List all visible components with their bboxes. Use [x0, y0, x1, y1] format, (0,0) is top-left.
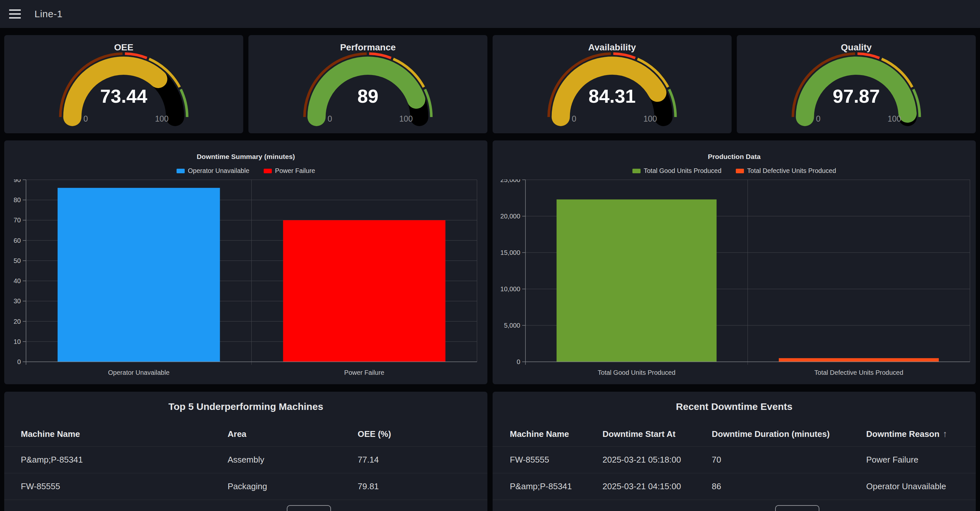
gauge-value: 84.31	[589, 86, 636, 106]
legend-label: Total Defective Units Produced	[747, 167, 836, 175]
column-header[interactable]: Downtime Start At	[603, 429, 712, 439]
gauge-max-label: 100	[399, 114, 413, 123]
chart-title: Production Data	[493, 153, 976, 160]
column-header[interactable]: OEE (%)	[358, 429, 487, 439]
table-title: Recent Downtime Events	[493, 392, 976, 422]
y-axis-tick-label: 80	[14, 196, 21, 203]
bar[interactable]	[57, 188, 220, 362]
column-header[interactable]: Downtime Reason↑	[866, 429, 976, 439]
gauge-value: 89	[357, 86, 379, 106]
column-header-label: Machine Name	[21, 429, 80, 439]
gauge-panel-oee: OEE 73.440100	[4, 35, 243, 133]
chart-legend: Total Good Units ProducedTotal Defective…	[493, 167, 976, 175]
gauge-title: Performance	[248, 42, 487, 53]
column-header-label: Downtime Reason	[866, 429, 939, 439]
legend-label: Total Good Units Produced	[644, 167, 722, 175]
downtime-summary-chart-panel: Downtime Summary (minutes) Operator Unav…	[4, 140, 487, 384]
legend-swatch	[177, 169, 185, 173]
table-row: FW-855552025-03-21 05:18:0070Power Failu…	[493, 446, 976, 473]
bar[interactable]	[779, 358, 939, 362]
x-axis-category-label: Total Good Units Produced	[598, 369, 675, 376]
legend-swatch	[736, 169, 744, 173]
x-axis-category-label: Operator Unavailable	[108, 369, 169, 376]
dashboard-title: Line-1	[35, 8, 62, 19]
legend-item[interactable]: Total Good Units Produced	[632, 167, 722, 175]
table-row: P&amp;P-85341Assembly77.14	[4, 446, 487, 473]
table-cell: 70	[712, 455, 866, 465]
y-axis-tick-label: 25,000	[500, 179, 520, 183]
production-data-plot: 05,00010,00015,00020,00025,000Total Good…	[493, 179, 976, 384]
y-axis-tick-label: 30	[14, 297, 21, 305]
gauge-panel-quality: Quality 97.870100	[737, 35, 976, 133]
gauge-max-label: 100	[155, 114, 169, 123]
pagination	[493, 505, 976, 511]
legend-item[interactable]: Total Defective Units Produced	[736, 167, 836, 175]
gauge-panel-availability: Availability 84.310100	[493, 35, 732, 133]
legend-item[interactable]: Operator Unavailable	[177, 167, 250, 175]
downtime-summary-plot: 0102030405060708090Operator UnavailableP…	[4, 179, 487, 384]
gauge-min-label: 0	[84, 114, 88, 123]
legend-swatch	[264, 169, 272, 173]
bar[interactable]	[283, 220, 445, 362]
table-row: Top 5 Underperforming Machines Machine N…	[4, 392, 976, 511]
column-header[interactable]: Machine Name	[21, 429, 228, 439]
chart-title: Downtime Summary (minutes)	[4, 153, 487, 160]
legend-item[interactable]: Power Failure	[264, 167, 315, 175]
y-axis-tick-label: 70	[14, 216, 21, 224]
table-cell: Assembly	[228, 455, 358, 465]
top-bar: Line-1	[0, 0, 980, 28]
table-cell: 86	[712, 481, 866, 492]
y-axis-tick-label: 60	[14, 237, 21, 244]
gauge-title: OEE	[4, 42, 243, 53]
gauge-min-label: 0	[572, 114, 576, 123]
column-header-label: Machine Name	[510, 429, 569, 439]
underperforming-machines-table-panel: Top 5 Underperforming Machines Machine N…	[4, 392, 487, 511]
table-row: P&amp;P-853412025-03-21 04:15:0086Operat…	[493, 473, 976, 500]
pagination-page-button[interactable]	[287, 505, 331, 511]
legend-label: Operator Unavailable	[188, 167, 250, 175]
pagination-page-button[interactable]	[775, 505, 819, 511]
table-cell: 77.14	[358, 455, 487, 465]
column-header-label: Downtime Start At	[603, 429, 675, 439]
table-title: Top 5 Underperforming Machines	[4, 392, 487, 422]
table-cell: FW-85555	[510, 455, 603, 465]
y-axis-tick-label: 0	[17, 358, 21, 365]
y-axis-tick-label: 50	[14, 257, 21, 264]
y-axis-tick-label: 20	[14, 318, 21, 325]
pagination	[4, 505, 487, 511]
table-body: P&amp;P-85341Assembly77.14FW-85555Packag…	[4, 446, 487, 500]
table-cell: P&amp;P-85341	[21, 455, 228, 465]
bar[interactable]	[557, 200, 717, 362]
table-cell: Power Failure	[866, 455, 976, 465]
y-axis-tick-label: 90	[14, 179, 21, 183]
gauge-value: 73.44	[100, 86, 147, 106]
table-row: FW-85555Packaging79.81	[4, 473, 487, 500]
table-cell: 2025-03-21 05:18:00	[603, 455, 712, 465]
recent-downtime-events-table-panel: Recent Downtime Events Machine NameDownt…	[493, 392, 976, 511]
column-header[interactable]: Area	[228, 429, 358, 439]
gauge-row: OEE 73.440100 Performance 890100 Availab…	[4, 35, 976, 133]
gauge-panel-performance: Performance 890100	[248, 35, 487, 133]
gauge-value: 97.87	[833, 86, 880, 106]
hamburger-menu-icon[interactable]	[9, 10, 21, 19]
sort-ascending-icon: ↑	[943, 429, 947, 439]
x-axis-category-label: Power Failure	[344, 369, 384, 376]
table-cell: 2025-03-21 04:15:00	[603, 481, 712, 492]
column-header[interactable]: Downtime Duration (minutes)	[712, 429, 866, 439]
column-header-label: OEE (%)	[358, 429, 391, 439]
production-data-chart-panel: Production Data Total Good Units Produce…	[493, 140, 976, 384]
y-axis-tick-label: 5,000	[504, 322, 520, 329]
table-cell: Packaging	[228, 481, 358, 492]
y-axis-tick-label: 15,000	[500, 249, 520, 256]
gauge-max-label: 100	[888, 114, 901, 123]
chart-legend: Operator UnavailablePower Failure	[4, 167, 487, 175]
legend-swatch	[632, 169, 641, 173]
gauge-min-label: 0	[816, 114, 821, 123]
x-axis-category-label: Total Defective Units Produced	[815, 369, 903, 376]
column-header[interactable]: Machine Name	[510, 429, 603, 439]
chart-row: Downtime Summary (minutes) Operator Unav…	[4, 140, 976, 384]
y-axis-tick-label: 0	[517, 358, 520, 365]
gauge-title: Availability	[493, 42, 732, 53]
table-cell: FW-85555	[21, 481, 228, 492]
gauge-max-label: 100	[643, 114, 657, 123]
